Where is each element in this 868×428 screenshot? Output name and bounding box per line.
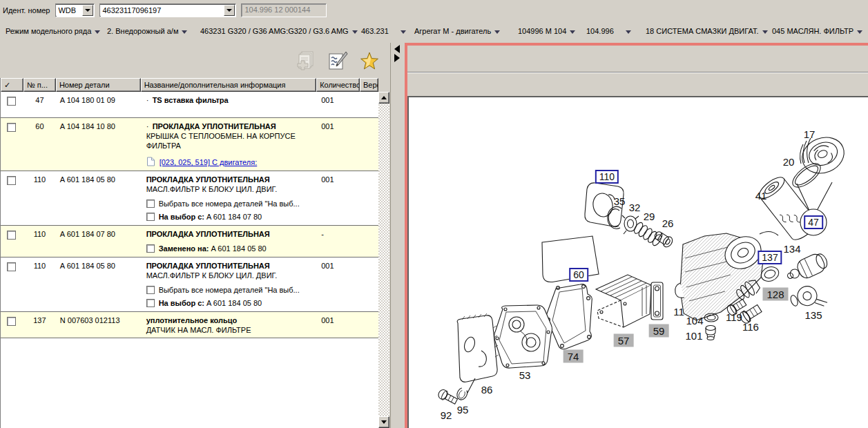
row-checkbox[interactable]: [7, 97, 16, 106]
row-checkbox[interactable]: [7, 176, 16, 185]
option-checkbox[interactable]: [146, 299, 155, 307]
part-filter-housing-11: [675, 231, 778, 320]
part-number: A 601 184 05 80: [56, 257, 141, 311]
callout-label-17[interactable]: 17: [804, 128, 816, 140]
table-row[interactable]: 110A 601 184 07 80ПРОКЛАДКА УПЛОТНИТЕЛЬН…: [1, 226, 378, 257]
chevron-down-icon: [570, 30, 575, 34]
callout-label-74[interactable]: 74: [563, 350, 584, 363]
row-checkbox[interactable]: [7, 317, 16, 326]
menu-item-6[interactable]: 104.996: [586, 27, 631, 35]
row-select-cell: [1, 92, 23, 117]
collapse-left-icon[interactable]: [394, 45, 400, 53]
callout-label-32[interactable]: 32: [629, 202, 641, 213]
scroll-up-button[interactable]: [378, 92, 389, 104]
column-header-2[interactable]: Номер детали: [56, 78, 141, 92]
part-title: ПРОКЛАДКА УПЛОТНИТЕЛЬНАЯ: [146, 229, 316, 239]
callout-label-128[interactable]: 128: [762, 288, 788, 301]
vin-value: 46323117096197: [100, 5, 224, 16]
position-number: 47: [23, 92, 56, 117]
chevron-down-icon: [857, 30, 862, 34]
menu-item-1[interactable]: 2. Внедорожный а/м: [107, 27, 187, 35]
row-checkbox[interactable]: [7, 123, 16, 132]
part-bolt-92: [437, 388, 459, 406]
callout-label-60[interactable]: 60: [569, 268, 588, 282]
option-label: Выбрать все номера деталей "На выб...: [159, 284, 300, 295]
table-row[interactable]: 137N 007603 012113уплотнительное кольцоД…: [1, 312, 378, 338]
table-row[interactable]: 60A 104 184 10 80·ПРОКЛАДКА УПЛОТНИТЕЛЬН…: [1, 118, 378, 171]
menu-item-8[interactable]: 045 МАСЛЯН. ФИЛЬТР: [772, 27, 862, 35]
row-select-cell: [1, 226, 23, 257]
callout-label-53[interactable]: 53: [519, 369, 531, 381]
callout-label-135[interactable]: 135: [804, 309, 822, 321]
option-checkbox[interactable]: [146, 213, 155, 221]
callout-label-101[interactable]: 101: [685, 330, 702, 342]
callout-label-59[interactable]: 59: [649, 324, 669, 338]
footnote-link[interactable]: [023, 025, 519] С двигателя:: [160, 158, 258, 166]
column-header-0[interactable]: ✓: [1, 78, 23, 92]
option-line: Выбрать все номера деталей "На выб...: [146, 284, 316, 295]
option-label: На выбор с: A 601 184 07 80: [159, 211, 262, 222]
wmi-select[interactable]: WDB: [55, 3, 95, 17]
vin-dropdown-button[interactable]: [224, 5, 235, 16]
callout-label-35[interactable]: 35: [614, 195, 626, 207]
option-checkbox[interactable]: [146, 244, 155, 253]
callout-label-29[interactable]: 29: [644, 211, 655, 222]
vin-combo[interactable]: 46323117096197: [99, 3, 236, 17]
favorites-star-icon: [358, 50, 380, 72]
part-options: Выбрать все номера деталей "На выб...На …: [146, 284, 316, 309]
menu-item-0[interactable]: Режим модельного ряда: [6, 27, 100, 35]
row-checkbox[interactable]: [7, 262, 16, 271]
column-header-5[interactable]: Верс: [360, 78, 378, 92]
part-bracket-59: [651, 282, 663, 320]
edit-note-button[interactable]: [327, 49, 349, 72]
position-number: 60: [23, 118, 56, 171]
menu-item-2[interactable]: 463231 G320 / G36 AMG:G320 / G3.6 AMG: [200, 27, 358, 35]
menu-item-5[interactable]: 104996 M 104: [518, 27, 575, 35]
callout-label-116[interactable]: 116: [742, 321, 759, 333]
quantity: -: [316, 226, 360, 257]
table-row[interactable]: 47A 104 180 01 09·TS вставка фильтра001: [1, 92, 378, 118]
menu-item-label: Агрегат М - двигатель: [414, 27, 491, 35]
table-row[interactable]: 110A 601 184 05 80ПРОКЛАДКА УПЛОТНИТЕЛЬН…: [1, 171, 378, 226]
callout-label-41[interactable]: 41: [755, 190, 767, 202]
bullet-marker: ·: [146, 95, 153, 105]
callout-label-11[interactable]: 11: [673, 306, 684, 318]
callout-label-110[interactable]: 110: [595, 170, 619, 184]
chevron-down-icon: [626, 30, 631, 34]
part-description-line: МАСЛ.ФИЛЬТР К БЛОКУ ЦИЛ. ДВИГ.: [146, 271, 316, 280]
favorites-star-button[interactable]: [358, 49, 380, 72]
callout-label-137[interactable]: 137: [758, 251, 782, 264]
row-checkbox[interactable]: [7, 231, 16, 240]
callout-label-57[interactable]: 57: [614, 334, 634, 347]
part-spring-29: [633, 221, 663, 246]
option-checkbox[interactable]: [146, 286, 155, 294]
table-row[interactable]: 110A 601 184 05 80ПРОКЛАДКА УПЛОТНИТЕЛЬН…: [1, 257, 378, 312]
copy-parts-button[interactable]: [295, 49, 317, 72]
column-header-1[interactable]: № п...: [23, 78, 56, 92]
position-number: 110: [23, 226, 56, 257]
option-checkbox[interactable]: [146, 200, 155, 208]
menu-item-7[interactable]: 18 СИСТЕМА СМАЗКИ ДВИГАТ.: [646, 27, 768, 35]
option-line: Заменено на: A 601 184 05 80: [146, 243, 316, 254]
parts-table-scrollbar[interactable]: [378, 92, 389, 428]
part-name-cell: ПРОКЛАДКА УПЛОТНИТЕЛЬНАЯЗаменено на: A 6…: [141, 226, 317, 257]
wmi-dropdown-button[interactable]: [82, 5, 93, 16]
scroll-down-button[interactable]: [378, 416, 389, 428]
panel-splitter[interactable]: [392, 43, 405, 428]
callout-label-26[interactable]: 26: [662, 217, 674, 229]
callout-label-86[interactable]: 86: [481, 384, 493, 396]
callout-label-134[interactable]: 134: [783, 243, 800, 255]
menu-item-4[interactable]: Агрегат М - двигатель: [414, 27, 500, 35]
column-header-4[interactable]: Количество: [316, 78, 360, 92]
callout-label-47[interactable]: 47: [804, 215, 823, 229]
part-name-cell: уплотнительное кольцоДАТЧИК НА МАСЛ. ФИЛ…: [141, 312, 317, 338]
callout-label-95[interactable]: 95: [457, 404, 469, 416]
callout-label-104[interactable]: 104: [686, 315, 703, 327]
callout-label-119[interactable]: 119: [726, 311, 742, 323]
callout-label-20[interactable]: 20: [783, 156, 795, 168]
part-cover-53: [494, 305, 552, 368]
column-header-3[interactable]: Название/дополнительная информация: [141, 78, 317, 92]
collapse-right-icon[interactable]: [394, 54, 400, 62]
menu-item-3[interactable]: 463.231: [361, 27, 406, 35]
callout-label-92[interactable]: 92: [441, 409, 452, 421]
